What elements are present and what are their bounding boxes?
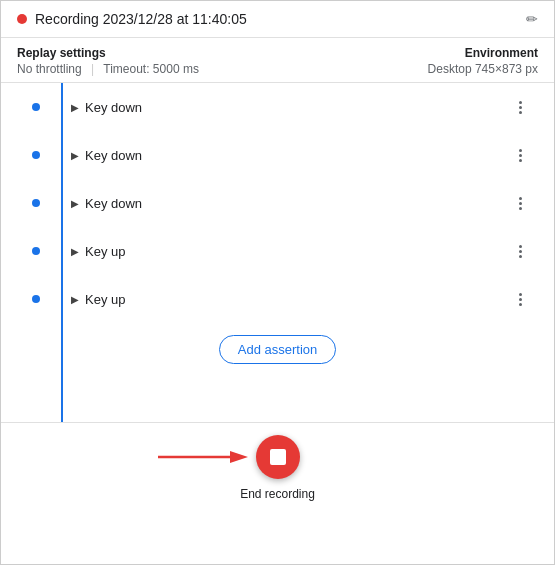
settings-separator: | [91, 62, 94, 76]
step-menu-1[interactable] [510, 97, 530, 118]
footer: End recording [1, 423, 554, 517]
recording-dot [17, 14, 27, 24]
step-arrow-5: ▶ [71, 294, 79, 305]
arrow-row [17, 435, 538, 479]
step-dot-2 [32, 151, 40, 159]
step-dot-5 [32, 295, 40, 303]
step-label-4[interactable]: Key up [85, 244, 125, 259]
step-menu-2[interactable] [510, 145, 530, 166]
step-label-1[interactable]: Key down [85, 100, 142, 115]
step-dot-3 [32, 199, 40, 207]
step-arrow-4: ▶ [71, 246, 79, 257]
step-content-3: ▶ Key down [71, 196, 510, 211]
settings-right: Environment Desktop 745×873 px [428, 46, 538, 76]
header-title: Recording 2023/12/28 at 11:40:05 [35, 11, 518, 27]
step-arrow-1: ▶ [71, 102, 79, 113]
step-content-1: ▶ Key down [71, 100, 510, 115]
step-label-2[interactable]: Key down [85, 148, 142, 163]
svg-marker-1 [230, 451, 248, 463]
step-label-3[interactable]: Key down [85, 196, 142, 211]
step-content-2: ▶ Key down [71, 148, 510, 163]
step-dot-4 [32, 247, 40, 255]
environment-value: Desktop 745×873 px [428, 62, 538, 76]
settings-left: Replay settings No throttling | Timeout:… [17, 46, 199, 76]
add-assertion-button[interactable]: Add assertion [219, 335, 337, 364]
step-menu-4[interactable] [510, 241, 530, 262]
step-content-4: ▶ Key up [71, 244, 510, 259]
step-label-5[interactable]: Key up [85, 292, 125, 307]
step-dot-area-4 [1, 247, 71, 255]
add-assertion-area: Add assertion [1, 323, 554, 376]
desktop-value: Desktop [428, 62, 472, 76]
timeout-value: Timeout: 5000 ms [103, 62, 199, 76]
end-recording-button[interactable] [256, 435, 300, 479]
step-menu-5[interactable] [510, 289, 530, 310]
step-dot-1 [32, 103, 40, 111]
resolution-value: 745×873 px [475, 62, 538, 76]
step-item-5: ▶ Key up [1, 275, 554, 323]
stop-square-icon [270, 449, 286, 465]
step-item-2: ▶ Key down [1, 131, 554, 179]
edit-icon[interactable]: ✏ [526, 11, 538, 27]
step-arrow-2: ▶ [71, 150, 79, 161]
throttling-value: No throttling [17, 62, 82, 76]
end-recording-arrow-icon [158, 445, 248, 469]
end-recording-label: End recording [240, 487, 315, 501]
settings-bar: Replay settings No throttling | Timeout:… [1, 38, 554, 83]
environment-label: Environment [465, 46, 538, 60]
step-item-4: ▶ Key up [1, 227, 554, 275]
steps-container: ▶ Key down ▶ Key down ▶ Key down [1, 83, 554, 423]
step-arrow-3: ▶ [71, 198, 79, 209]
replay-settings-label: Replay settings [17, 46, 199, 60]
step-item-3: ▶ Key down [1, 179, 554, 227]
step-dot-area-5 [1, 295, 71, 303]
step-dot-area-2 [1, 151, 71, 159]
step-item-1: ▶ Key down [1, 83, 554, 131]
step-content-5: ▶ Key up [71, 292, 510, 307]
settings-values: No throttling | Timeout: 5000 ms [17, 62, 199, 76]
step-menu-3[interactable] [510, 193, 530, 214]
step-dot-area-3 [1, 199, 71, 207]
header: Recording 2023/12/28 at 11:40:05 ✏ [1, 1, 554, 38]
step-dot-area-1 [1, 103, 71, 111]
